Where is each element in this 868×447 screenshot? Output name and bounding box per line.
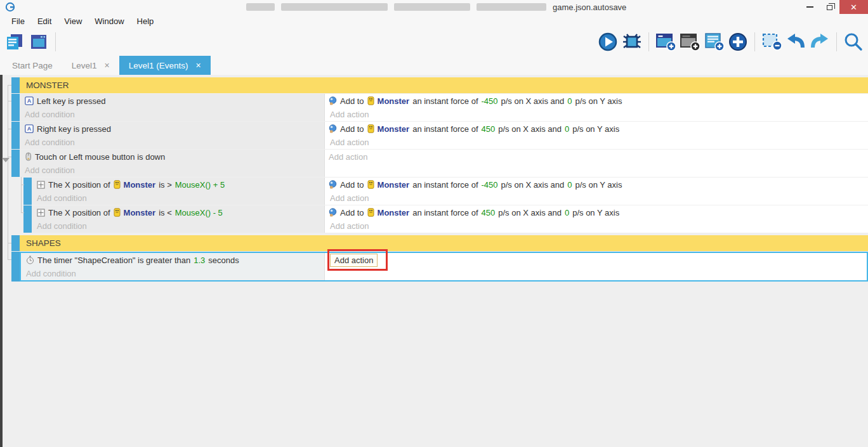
debug-icon[interactable] [621,31,643,53]
add-event-icon[interactable] [655,31,676,53]
svg-text:A: A [27,126,32,132]
group-label[interactable]: SHAPES [20,235,868,251]
condition-text[interactable]: Left key is pressed [37,96,105,106]
selected-event-body: The timer "ShapeCreation" is greater tha… [20,252,868,282]
collapse-arrow-icon[interactable] [2,158,10,162]
panel-left-edge [0,75,3,447]
toolbar-separator [648,32,649,51]
add-action-link[interactable]: Add action [329,150,868,164]
add-circle-icon[interactable] [727,31,749,53]
project-manager-icon[interactable] [4,31,25,53]
tree-connector [21,185,24,185]
toolbar-separator [836,32,837,51]
actions-cell[interactable]: Add to Monster an instant force of 450 p… [325,205,868,233]
tree-connector [8,129,11,129]
tab-level1[interactable]: Level1 × [62,56,119,75]
subevent-xposition-less[interactable]: The X position of Monster is < MouseX() … [23,205,868,233]
add-comment-icon[interactable] [703,31,725,53]
menu-edit[interactable]: Edit [31,16,58,26]
tab-close-icon[interactable]: × [105,60,110,70]
tab-close-icon[interactable]: × [196,60,201,70]
event-bar[interactable] [11,150,20,177]
menu-help[interactable]: Help [131,16,161,26]
action-text[interactable]: Add to [340,96,364,106]
condition-text[interactable]: The timer "ShapeCreation" is greater tha… [37,256,190,265]
condition-text[interactable]: The X position of [48,208,110,217]
tree-line-sub [21,177,22,213]
monster-object-icon [367,180,374,189]
event-bar[interactable] [23,205,32,233]
actions-cell[interactable]: Add to Monster an instant force of -450 … [325,94,868,121]
add-condition-link[interactable]: Add condition [37,191,324,205]
action-text[interactable]: Add to [340,180,364,190]
toolbar-separator [55,32,56,51]
search-icon[interactable] [843,31,864,53]
add-condition-link[interactable]: Add condition [25,136,324,149]
window-title: game.json.autosave [246,0,626,14]
actions-cell[interactable]: Add to Monster an instant force of 450 p… [325,122,868,149]
conditions-cell[interactable]: The X position of Monster is > MouseX() … [32,178,325,205]
add-action-link[interactable]: Add action [329,219,868,233]
subevent-xposition-greater[interactable]: The X position of Monster is > MouseX() … [23,178,868,205]
add-condition-link[interactable]: Add condition [26,267,324,280]
actions-cell[interactable]: Add action [325,150,868,177]
menu-window[interactable]: Window [88,16,130,26]
tab-start-page[interactable]: Start Page [3,56,62,75]
menu-view[interactable]: View [58,16,88,26]
event-group-monster[interactable]: MONSTER [11,77,868,93]
event-bar[interactable] [11,94,20,121]
tree-connector [8,85,11,86]
event-touch-mouse[interactable]: Touch or Left mouse button is down Add c… [11,150,868,177]
condition-text[interactable]: The X position of [48,180,110,190]
conditions-cell[interactable]: Touch or Left mouse button is down Add c… [20,150,325,177]
action-text[interactable]: Add to [340,208,364,217]
add-action-link[interactable]: Add action [329,108,868,121]
event-left-key[interactable]: A Left key is pressed Add condition Add … [11,94,868,121]
conditions-cell[interactable]: The X position of Monster is < MouseX() … [32,205,325,233]
add-condition-link[interactable]: Add condition [37,219,324,233]
event-bar[interactable] [11,77,20,93]
conditions-cell[interactable]: A Left key is pressed Add condition [20,94,325,121]
redacted-title-segment [281,3,388,11]
restore-button[interactable] [820,0,839,14]
add-action-button[interactable]: Add action [330,254,378,267]
actions-cell[interactable]: Add action [325,253,867,280]
monster-object-icon [367,96,374,105]
monster-object-icon [367,208,374,217]
add-condition-link[interactable]: Add condition [25,108,324,121]
tree-connector [21,212,24,213]
monster-object-icon [114,208,121,217]
event-bar[interactable] [11,122,20,149]
event-group-shapes[interactable]: SHAPES [11,235,868,251]
window-title-text: game.json.autosave [553,3,626,12]
minimize-button[interactable] [800,0,820,14]
action-text[interactable]: Add to [340,124,364,134]
condition-text[interactable]: Right key is pressed [37,124,111,134]
scene-editor-icon[interactable] [28,31,49,53]
conditions-cell[interactable]: The timer "ShapeCreation" is greater tha… [21,253,325,280]
undo-icon[interactable] [785,31,806,53]
force-icon [329,180,337,189]
condition-text[interactable]: Touch or Left mouse button is down [35,152,165,162]
keyboard-icon: A [25,96,34,105]
add-subevent-icon[interactable] [679,31,700,53]
event-bar[interactable] [11,235,20,251]
redo-icon[interactable] [809,31,831,53]
event-bar[interactable] [11,252,20,282]
event-right-key[interactable]: A Right key is pressed Add condition Add… [11,122,868,149]
force-icon [329,208,337,217]
event-bar[interactable] [23,178,32,205]
group-label[interactable]: MONSTER [20,77,868,93]
event-timer-shapecreation[interactable]: The timer "ShapeCreation" is greater tha… [11,252,868,282]
actions-cell[interactable]: Add to Monster an instant force of -450 … [325,178,868,205]
close-button[interactable]: ✕ [839,0,868,14]
tab-level1-events[interactable]: Level1 (Events) × [119,56,211,75]
remove-event-icon[interactable] [761,31,782,53]
add-condition-link[interactable]: Add condition [25,164,324,177]
gdevelop-window: { "window": { "title": "game.json.autosa… [0,0,868,447]
conditions-cell[interactable]: A Right key is pressed Add condition [20,122,325,149]
play-icon[interactable] [597,31,619,53]
add-action-link[interactable]: Add action [329,191,868,205]
menu-file[interactable]: File [5,16,31,26]
add-action-link[interactable]: Add action [329,136,868,149]
